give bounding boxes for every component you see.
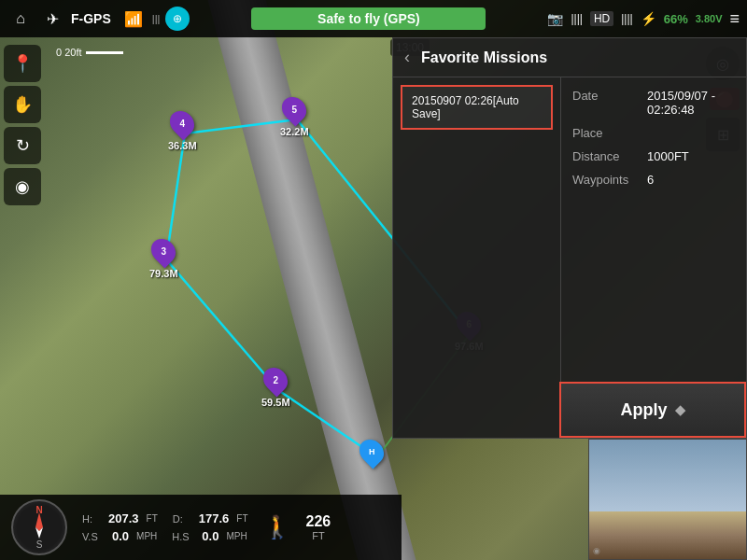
apply-button[interactable]: Apply ◆ — [559, 382, 746, 438]
compass-arrow — [30, 511, 49, 544]
hd-label: HD — [590, 11, 613, 26]
battery-percent: 66% — [664, 12, 688, 26]
telemetry-panel: H: 207.3 FT D: 177.6 FT V.S 0.0 MPH H.S … — [82, 511, 248, 543]
sidebar-icon-orbit[interactable]: ↻ — [4, 127, 41, 164]
left-sidebar: 📍 ✋ ↻ ◉ — [0, 37, 47, 213]
altitude-value: 226 — [306, 513, 331, 530]
detail-date-row: Date 2015/09/07 - 02:26:48 — [572, 89, 735, 117]
drone-name: F-GPS — [71, 11, 111, 26]
top-bar: ⌂ ✈ F-GPS 📶 ||| ⊕ Safe to fly (GPS) 📷 ||… — [0, 0, 747, 37]
waypoints-label: Waypoints — [572, 173, 647, 187]
distance-unit: FT — [236, 513, 247, 524]
hs-value: 0.0 — [202, 529, 218, 543]
detail-waypoints-row: Waypoints 6 — [572, 173, 735, 187]
battery-icon: ⚡ — [641, 11, 656, 26]
hs-label: H.S — [172, 531, 194, 542]
vs-label: V.S — [82, 531, 105, 542]
signal-bars: ||| — [152, 13, 161, 24]
height-value: 207.3 — [108, 511, 139, 525]
waypoint-5[interactable]: 5 32.2M — [280, 96, 309, 137]
missions-panel: ‹ Favorite Missions 20150907 02:26[Auto … — [392, 37, 747, 439]
scale-label: 0 20ft — [56, 47, 82, 58]
home-icon[interactable]: ⌂ — [7, 10, 34, 27]
sidebar-icon-waypoint[interactable]: 📍 — [4, 45, 41, 82]
panel-body: 20150907 02:26[Auto Save] Date 2015/09/0… — [393, 77, 746, 430]
person-icon: 🚶 — [263, 514, 291, 540]
vs-value: 0.0 — [112, 529, 129, 543]
top-right-controls: 📷 |||| HD |||| ⚡ 66% 3.80V ≡ — [547, 9, 740, 29]
sidebar-icon-gesture[interactable]: ✋ — [4, 86, 41, 123]
detail-distance-row: Distance 1000FT — [572, 149, 735, 163]
compass-rose: N S — [11, 499, 67, 555]
scale-line — [86, 51, 123, 54]
date-label: Date — [572, 89, 647, 103]
altitude-unit: FT — [306, 530, 331, 541]
height-row: H: 207.3 FT D: 177.6 FT — [82, 511, 248, 525]
panel-title: Favorite Missions — [421, 49, 547, 66]
speed-row: V.S 0.0 MPH H.S 0.0 MPH — [82, 529, 248, 543]
camera-icon: 📷 — [547, 11, 563, 26]
signal-icon: 📶 — [120, 10, 147, 28]
apply-label: Apply — [620, 400, 667, 420]
drone-icon: ✈ — [39, 10, 65, 28]
waypoint-4[interactable]: 4 36.3M — [168, 110, 197, 151]
height-unit: FT — [147, 513, 158, 524]
apply-icon: ◆ — [675, 402, 685, 417]
panel-back-button[interactable]: ‹ — [404, 48, 410, 67]
date-value: 2015/09/07 - 02:26:48 — [647, 89, 735, 117]
mini-camera-view: ◉ — [588, 439, 747, 560]
height-label: H: — [82, 513, 101, 525]
place-label: Place — [572, 126, 647, 140]
svg-marker-6 — [35, 512, 43, 531]
video-signal: |||| — [621, 12, 632, 25]
altitude-display: 226 FT — [306, 513, 331, 541]
missions-list: 20150907 02:26[Auto Save] — [393, 77, 561, 430]
gps-icon[interactable]: ⊕ — [165, 7, 190, 31]
panel-details: Date 2015/09/07 - 02:26:48 Place Distanc… — [561, 77, 746, 430]
menu-icon[interactable]: ≡ — [729, 9, 740, 29]
hs-unit: MPH — [226, 531, 247, 541]
mission-item-1[interactable]: 20150907 02:26[Auto Save] — [401, 85, 553, 130]
waypoint-1[interactable]: H — [360, 439, 383, 465]
waypoint-2[interactable]: 2 59.5M — [261, 367, 290, 408]
waypoint-3[interactable]: 3 79.3M — [149, 238, 178, 279]
distance-label: Distance — [572, 149, 647, 163]
vs-unit: MPH — [136, 531, 157, 541]
battery-voltage: 3.80V — [696, 13, 723, 24]
bottom-bar: N S H: 207.3 FT D: 177.6 FT V.S 0.0 MPH … — [0, 495, 402, 560]
signal-bars-2: |||| — [571, 12, 582, 25]
sidebar-icon-map[interactable]: ◉ — [4, 168, 41, 205]
detail-place-row: Place — [572, 126, 735, 140]
distance-value: 1000FT — [647, 149, 689, 163]
scale-bar: 0 20ft — [56, 47, 123, 58]
panel-header: ‹ Favorite Missions — [393, 38, 746, 77]
distance-value-tele: 177.6 — [199, 511, 230, 525]
distance-label-tele: D: — [173, 513, 191, 525]
status-text: Safe to fly (GPS) — [251, 7, 486, 30]
camera-overlay: ◉ — [593, 546, 742, 555]
waypoints-value: 6 — [647, 173, 654, 187]
